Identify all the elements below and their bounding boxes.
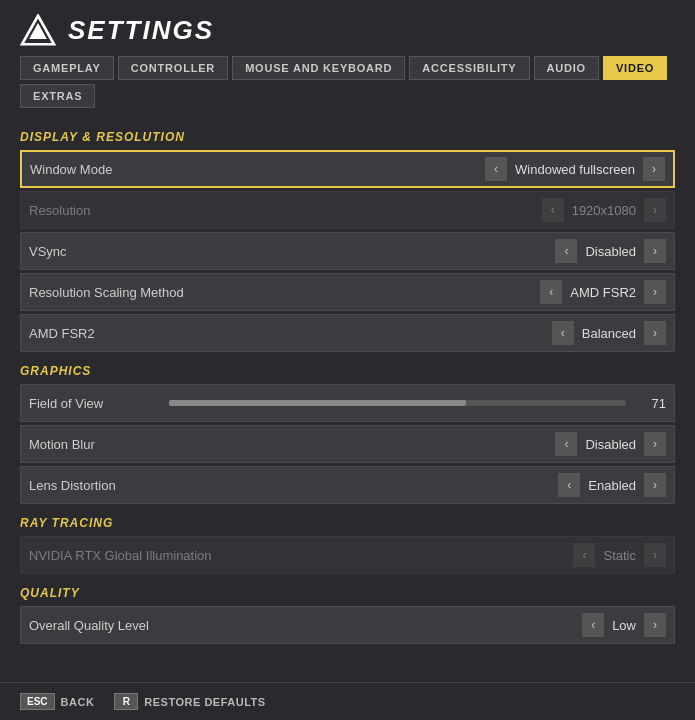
- section-ray-tracing: RAY TRACING: [20, 516, 675, 530]
- resolution-label: Resolution: [29, 203, 466, 218]
- fov-label: Field of View: [29, 396, 159, 411]
- tab-gameplay[interactable]: GAMEPLAY: [20, 56, 114, 80]
- setting-row-scaling-method[interactable]: Resolution Scaling Method ‹ AMD FSR2 ›: [20, 273, 675, 311]
- section-display-resolution: DISPLAY & RESOLUTION: [20, 130, 675, 144]
- motion-blur-value: Disabled: [585, 437, 636, 452]
- header: SETTINGS: [0, 0, 695, 56]
- setting-row-vsync[interactable]: VSync ‹ Disabled ›: [20, 232, 675, 270]
- rtx-gi-next-btn: ›: [644, 543, 666, 567]
- motion-blur-next-btn[interactable]: ›: [644, 432, 666, 456]
- tab-video[interactable]: VIDEO: [603, 56, 667, 80]
- footer: ESC BACK R RESTORE DEFAULTS: [0, 682, 695, 720]
- scaling-method-next-btn[interactable]: ›: [644, 280, 666, 304]
- scaling-method-value-area: ‹ AMD FSR2 ›: [466, 280, 666, 304]
- rtx-gi-prev-btn: ‹: [573, 543, 595, 567]
- amd-fsr2-label: AMD FSR2: [29, 326, 466, 341]
- fov-slider-track[interactable]: [169, 400, 626, 406]
- footer-restore[interactable]: R RESTORE DEFAULTS: [114, 693, 265, 710]
- r-key-badge: R: [114, 693, 138, 710]
- page-title: SETTINGS: [68, 15, 214, 46]
- lens-distortion-label: Lens Distortion: [29, 478, 466, 493]
- content-area: DISPLAY & RESOLUTION Window Mode ‹ Windo…: [0, 118, 695, 682]
- apex-logo-icon: [20, 14, 56, 46]
- setting-row-window-mode[interactable]: Window Mode ‹ Windowed fullscreen ›: [20, 150, 675, 188]
- section-quality: QUALITY: [20, 586, 675, 600]
- tab-mouse-keyboard[interactable]: MOUSE AND KEYBOARD: [232, 56, 405, 80]
- back-label: BACK: [61, 696, 95, 708]
- setting-row-quality-level[interactable]: Overall Quality Level ‹ Low ›: [20, 606, 675, 644]
- quality-level-label: Overall Quality Level: [29, 618, 466, 633]
- lens-distortion-value: Enabled: [588, 478, 636, 493]
- resolution-value: 1920x1080: [572, 203, 636, 218]
- lens-distortion-next-btn[interactable]: ›: [644, 473, 666, 497]
- amd-fsr2-value-area: ‹ Balanced ›: [466, 321, 666, 345]
- setting-row-fov[interactable]: Field of View 71: [20, 384, 675, 422]
- quality-level-prev-btn[interactable]: ‹: [582, 613, 604, 637]
- window-mode-value: Windowed fullscreen: [515, 162, 635, 177]
- window-mode-label: Window Mode: [30, 162, 465, 177]
- rtx-gi-value: Static: [603, 548, 636, 563]
- quality-level-value-area: ‹ Low ›: [466, 613, 666, 637]
- scaling-method-label: Resolution Scaling Method: [29, 285, 466, 300]
- window-mode-value-area: ‹ Windowed fullscreen ›: [465, 157, 665, 181]
- vsync-prev-btn[interactable]: ‹: [555, 239, 577, 263]
- tab-accessibility[interactable]: ACCESSIBILITY: [409, 56, 529, 80]
- resolution-prev-btn: ‹: [542, 198, 564, 222]
- amd-fsr2-prev-btn[interactable]: ‹: [552, 321, 574, 345]
- scaling-method-prev-btn[interactable]: ‹: [540, 280, 562, 304]
- scaling-method-value: AMD FSR2: [570, 285, 636, 300]
- window-mode-prev-btn[interactable]: ‹: [485, 157, 507, 181]
- vsync-next-btn[interactable]: ›: [644, 239, 666, 263]
- vsync-value-area: ‹ Disabled ›: [466, 239, 666, 263]
- amd-fsr2-value: Balanced: [582, 326, 636, 341]
- restore-label: RESTORE DEFAULTS: [144, 696, 265, 708]
- setting-row-motion-blur[interactable]: Motion Blur ‹ Disabled ›: [20, 425, 675, 463]
- rtx-gi-value-area: ‹ Static ›: [466, 543, 666, 567]
- setting-row-rtx-gi: NVIDIA RTX Global Illumination ‹ Static …: [20, 536, 675, 574]
- setting-row-resolution: Resolution ‹ 1920x1080 ›: [20, 191, 675, 229]
- motion-blur-value-area: ‹ Disabled ›: [466, 432, 666, 456]
- window-mode-next-btn[interactable]: ›: [643, 157, 665, 181]
- tab-audio[interactable]: AUDIO: [534, 56, 599, 80]
- setting-row-lens-distortion[interactable]: Lens Distortion ‹ Enabled ›: [20, 466, 675, 504]
- fov-slider-fill: [169, 400, 466, 406]
- vsync-value: Disabled: [585, 244, 636, 259]
- rtx-gi-label: NVIDIA RTX Global Illumination: [29, 548, 466, 563]
- section-graphics: GRAPHICS: [20, 364, 675, 378]
- vsync-label: VSync: [29, 244, 466, 259]
- settings-container: SETTINGS GAMEPLAY CONTROLLER MOUSE AND K…: [0, 0, 695, 720]
- tab-extras[interactable]: EXTRAS: [20, 84, 95, 108]
- setting-row-amd-fsr2[interactable]: AMD FSR2 ‹ Balanced ›: [20, 314, 675, 352]
- esc-key-badge: ESC: [20, 693, 55, 710]
- lens-distortion-value-area: ‹ Enabled ›: [466, 473, 666, 497]
- resolution-next-btn: ›: [644, 198, 666, 222]
- lens-distortion-prev-btn[interactable]: ‹: [558, 473, 580, 497]
- quality-level-value: Low: [612, 618, 636, 633]
- footer-back[interactable]: ESC BACK: [20, 693, 94, 710]
- amd-fsr2-next-btn[interactable]: ›: [644, 321, 666, 345]
- quality-level-next-btn[interactable]: ›: [644, 613, 666, 637]
- motion-blur-label: Motion Blur: [29, 437, 466, 452]
- resolution-value-area: ‹ 1920x1080 ›: [466, 198, 666, 222]
- tab-controller[interactable]: CONTROLLER: [118, 56, 228, 80]
- fov-value: 71: [636, 396, 666, 411]
- motion-blur-prev-btn[interactable]: ‹: [555, 432, 577, 456]
- tabs-bar: GAMEPLAY CONTROLLER MOUSE AND KEYBOARD A…: [0, 56, 695, 118]
